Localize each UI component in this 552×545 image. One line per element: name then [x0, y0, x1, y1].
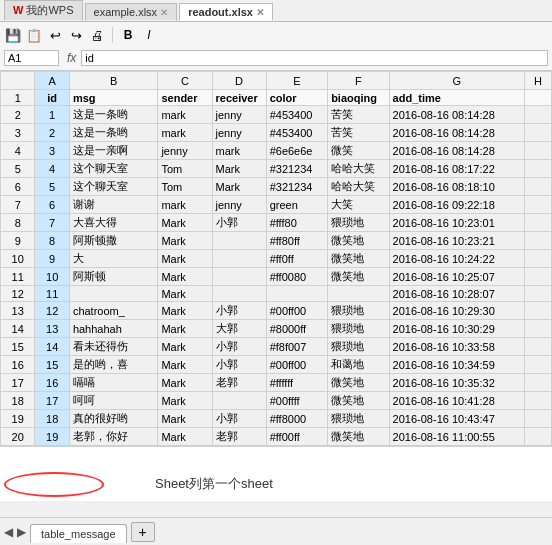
cell-d5[interactable]: Mark [212, 160, 266, 178]
cell-a12[interactable]: 11 [35, 286, 69, 302]
table-row[interactable]: 76谢谢markjennygreen大笑2016-08-16 09:22:18 [1, 196, 552, 214]
cell-g10[interactable]: 2016-08-16 10:24:22 [389, 250, 524, 268]
cell-g20[interactable]: 2016-08-16 11:00:55 [389, 428, 524, 446]
cell-h13[interactable] [524, 302, 551, 320]
cell-g16[interactable]: 2016-08-16 10:34:59 [389, 356, 524, 374]
cell-f5[interactable]: 哈哈大笑 [328, 160, 389, 178]
table-row[interactable]: 1312chatroom_Mark小郭#00ff00猥琐地2016-08-16 … [1, 302, 552, 320]
table-row[interactable]: 98阿斯顿撒Mark#ff80ff微笑地2016-08-16 10:23:21 [1, 232, 552, 250]
cell-b16[interactable]: 是的哟，喜 [69, 356, 158, 374]
cell-c18[interactable]: Mark [158, 392, 212, 410]
col-header-f[interactable]: F [328, 72, 389, 90]
cell-h16[interactable] [524, 356, 551, 374]
cell-b2[interactable]: 这是一条哟 [69, 106, 158, 124]
cell-g4[interactable]: 2016-08-16 08:14:28 [389, 142, 524, 160]
cell-d10[interactable] [212, 250, 266, 268]
cell-a13[interactable]: 12 [35, 302, 69, 320]
cell-b4[interactable]: 这是一亲啊 [69, 142, 158, 160]
cell-e5[interactable]: #321234 [266, 160, 327, 178]
cell-h14[interactable] [524, 320, 551, 338]
cell-c3[interactable]: mark [158, 124, 212, 142]
cell-f19[interactable]: 猥琐地 [328, 410, 389, 428]
cell-a20[interactable]: 19 [35, 428, 69, 446]
cell-b8[interactable]: 大喜大得 [69, 214, 158, 232]
cell-g14[interactable]: 2016-08-16 10:30:29 [389, 320, 524, 338]
cell-a11[interactable]: 10 [35, 268, 69, 286]
table-row[interactable]: 1817呵呵Mark#00ffff微笑地2016-08-16 10:41:28 [1, 392, 552, 410]
cell-d3[interactable]: jenny [212, 124, 266, 142]
cell-f10[interactable]: 微笑地 [328, 250, 389, 268]
cell-d9[interactable] [212, 232, 266, 250]
formula-input[interactable]: id [81, 50, 548, 66]
cell-g11[interactable]: 2016-08-16 10:25:07 [389, 268, 524, 286]
col-header-b[interactable]: B [69, 72, 158, 90]
cell-c20[interactable]: Mark [158, 428, 212, 446]
toolbar-icon-print[interactable]: 🖨 [88, 26, 106, 44]
cell-e15[interactable]: #f8f007 [266, 338, 327, 356]
toolbar-icon-redo[interactable]: ↪ [67, 26, 85, 44]
cell-e4[interactable]: #6e6e6e [266, 142, 327, 160]
cell-g6[interactable]: 2016-08-16 08:18:10 [389, 178, 524, 196]
cell-c9[interactable]: Mark [158, 232, 212, 250]
cell-b10[interactable]: 大 [69, 250, 158, 268]
cell-f7[interactable]: 大笑 [328, 196, 389, 214]
cell-b6[interactable]: 这个聊天室 [69, 178, 158, 196]
cell-f18[interactable]: 微笑地 [328, 392, 389, 410]
cell-g1[interactable]: add_time [389, 90, 524, 106]
table-row[interactable]: 1918真的很好哟Mark小郭#ff8000猥琐地2016-08-16 10:4… [1, 410, 552, 428]
cell-c12[interactable]: Mark [158, 286, 212, 302]
table-row[interactable]: 32这是一条哟markjenny#453400苦笑2016-08-16 08:1… [1, 124, 552, 142]
cell-g17[interactable]: 2016-08-16 10:35:32 [389, 374, 524, 392]
cell-d13[interactable]: 小郭 [212, 302, 266, 320]
cell-h11[interactable] [524, 268, 551, 286]
cell-h19[interactable] [524, 410, 551, 428]
cell-f4[interactable]: 微笑 [328, 142, 389, 160]
cell-g13[interactable]: 2016-08-16 10:29:30 [389, 302, 524, 320]
cell-h7[interactable] [524, 196, 551, 214]
cell-b9[interactable]: 阿斯顿撒 [69, 232, 158, 250]
cell-e8[interactable]: #fff80 [266, 214, 327, 232]
cell-d16[interactable]: 小郭 [212, 356, 266, 374]
table-row[interactable]: 21这是一条哟markjenny#453400苦笑2016-08-16 08:1… [1, 106, 552, 124]
table-row[interactable]: 54这个聊天室TomMark#321234哈哈大笑2016-08-16 08:1… [1, 160, 552, 178]
cell-d2[interactable]: jenny [212, 106, 266, 124]
cell-h3[interactable] [524, 124, 551, 142]
cell-b12[interactable] [69, 286, 158, 302]
cell-g18[interactable]: 2016-08-16 10:41:28 [389, 392, 524, 410]
cell-d4[interactable]: mark [212, 142, 266, 160]
cell-h2[interactable] [524, 106, 551, 124]
table-row[interactable]: 1413hahhahahMark大郭#8000ff猥琐地2016-08-16 1… [1, 320, 552, 338]
table-row[interactable]: 1615是的哟，喜Mark小郭#00ff00和蔼地2016-08-16 10:3… [1, 356, 552, 374]
cell-d20[interactable]: 老郭 [212, 428, 266, 446]
cell-a2[interactable]: 1 [35, 106, 69, 124]
cell-b17[interactable]: 嗝嗝 [69, 374, 158, 392]
toolbar-icon-bold[interactable]: B [119, 26, 137, 44]
nav-prev[interactable]: ◀ [4, 525, 13, 539]
table-row[interactable]: 65这个聊天室TomMark#321234哈哈大笑2016-08-16 08:1… [1, 178, 552, 196]
cell-e13[interactable]: #00ff00 [266, 302, 327, 320]
cell-d1[interactable]: receiver [212, 90, 266, 106]
cell-e6[interactable]: #321234 [266, 178, 327, 196]
cell-c15[interactable]: Mark [158, 338, 212, 356]
cell-a19[interactable]: 18 [35, 410, 69, 428]
cell-e3[interactable]: #453400 [266, 124, 327, 142]
cell-ref-input[interactable]: A1 [4, 50, 59, 66]
cell-b3[interactable]: 这是一条哟 [69, 124, 158, 142]
cell-h8[interactable] [524, 214, 551, 232]
cell-a15[interactable]: 14 [35, 338, 69, 356]
cell-c2[interactable]: mark [158, 106, 212, 124]
cell-d12[interactable] [212, 286, 266, 302]
cell-b19[interactable]: 真的很好哟 [69, 410, 158, 428]
cell-e2[interactable]: #453400 [266, 106, 327, 124]
cell-f20[interactable]: 微笑地 [328, 428, 389, 446]
tab-readout[interactable]: readout.xlsx ✕ [179, 3, 273, 21]
col-header-e[interactable]: E [266, 72, 327, 90]
table-row[interactable]: 109大Mark#ff0ff微笑地2016-08-16 10:24:22 [1, 250, 552, 268]
cell-a18[interactable]: 17 [35, 392, 69, 410]
cell-c1[interactable]: sender [158, 90, 212, 106]
cell-e1[interactable]: color [266, 90, 327, 106]
cell-e14[interactable]: #8000ff [266, 320, 327, 338]
cell-h4[interactable] [524, 142, 551, 160]
cell-d11[interactable] [212, 268, 266, 286]
toolbar-icon-italic[interactable]: I [140, 26, 158, 44]
